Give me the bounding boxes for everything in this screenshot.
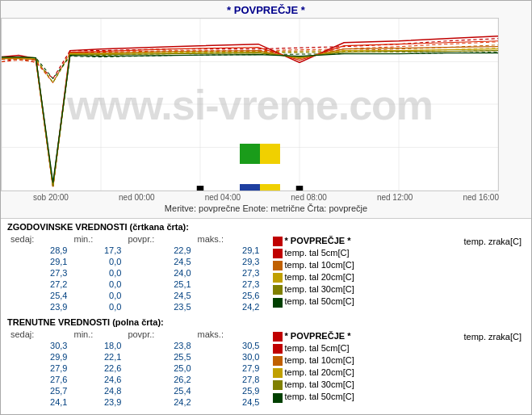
h-maks-5: 24,2 (195, 301, 263, 312)
current-legend-row-3: temp. tal 20cm[C] (270, 367, 526, 379)
h-min-3: 0,0 (70, 279, 124, 290)
h-legend-desc-4: temp. tal 30cm[C] (270, 283, 417, 296)
th-sedaj-c: sedaj: (7, 329, 70, 340)
c-sedaj-3: 27,6 (7, 374, 70, 385)
h-min-1: 0,0 (70, 256, 124, 267)
svg-rect-12 (296, 186, 303, 191)
chart-inner: www.si-vreme.com (1, 18, 499, 191)
c-legend-desc-3: temp. tal 20cm[C] (270, 367, 417, 379)
x-label-5: ned 16:00 (463, 193, 499, 202)
h-povpr-1: 24,5 (124, 256, 194, 267)
c-min-5: 23,9 (70, 396, 124, 408)
chart-title: * POVPREČJE * (1, 1, 531, 18)
h-legend-desc-5: temp. tal 50cm[C] (270, 296, 417, 308)
svg-rect-11 (197, 186, 203, 191)
x-axis-labels: sob 20:00 ned 00:00 ned 04:00 ned 08:00 … (33, 193, 499, 202)
h-sedaj-4: 25,4 (7, 290, 70, 301)
historic-legend-row-4: temp. tal 30cm[C] (270, 283, 526, 296)
x-label-4: ned 12:00 (377, 193, 413, 202)
h-legend-desc-0: temp. zraka[C] (417, 235, 525, 247)
historic-legend-table: * POVPREČJE *temp. zraka[C]temp. tal 5cm… (270, 235, 526, 308)
h-povpr-2: 24,0 (124, 267, 194, 279)
h-sedaj-2: 27,3 (7, 267, 70, 279)
current-row-0: 30,3 18,0 23,8 30,5 (7, 340, 263, 351)
current-legend-table: * POVPREČJE *temp. zraka[C]temp. tal 5cm… (270, 330, 526, 404)
logo-tl (240, 144, 260, 164)
c-legend-desc-1: temp. tal 5cm[C] (270, 342, 417, 354)
c-maks-0: 30,5 (195, 340, 263, 351)
chart-meta: Meritve: povprečne Enote: metrične Črta:… (1, 202, 531, 215)
c-min-4: 24,8 (70, 385, 124, 396)
c-sedaj-0: 30,3 (7, 340, 70, 351)
historic-row-5: 23,9 0,0 23,5 24,2 (7, 301, 263, 312)
historic-legend-row-5: temp. tal 50cm[C] (270, 296, 526, 308)
current-legend-row-4: temp. tal 30cm[C] (270, 379, 526, 391)
c-legend-desc-5: temp. tal 50cm[C] (270, 391, 417, 403)
th-sedaj-h: sedaj: (7, 233, 70, 245)
historic-right: * POVPREČJE *temp. zraka[C]temp. tal 5cm… (270, 222, 526, 314)
c-povpr-4: 25,4 (124, 385, 194, 396)
current-row-1: 29,9 22,1 25,5 30,0 (7, 351, 263, 363)
c-povpr-2: 25,0 (124, 363, 194, 374)
h-maks-4: 25,6 (195, 290, 263, 301)
data-section: ZGODOVINSKE VREDNOSTI (črtkana črta): se… (1, 219, 531, 414)
h-maks-0: 29,1 (195, 245, 263, 256)
historic-row-2: 27,3 0,0 24,0 27,3 (7, 267, 263, 279)
h-legend-desc-3: temp. tal 20cm[C] (270, 271, 417, 283)
current-legend-row-1: temp. tal 5cm[C] (270, 342, 526, 354)
h-sedaj-1: 29,1 (7, 256, 70, 267)
logo-tr (260, 144, 280, 164)
c-sedaj-1: 29,9 (7, 351, 70, 363)
historic-row-4: 25,4 0,0 24,5 25,6 (7, 290, 263, 301)
x-label-2: ned 04:00 (205, 193, 241, 202)
h-povpr-4: 24,5 (124, 290, 194, 301)
h-legend-desc-1: temp. tal 5cm[C] (270, 247, 417, 259)
historic-legend-row-0: * POVPREČJE *temp. zraka[C] (270, 235, 526, 247)
historic-left: ZGODOVINSKE VREDNOSTI (črtkana črta): se… (7, 222, 263, 314)
h-sedaj-3: 27,2 (7, 279, 70, 290)
historic-legend-row-1: temp. tal 5cm[C] (270, 247, 526, 259)
current-legend-row-0: * POVPREČJE *temp. zraka[C] (270, 330, 526, 342)
chart-area: * POVPREČJE * 30 20 10 0 (1, 1, 531, 219)
c-sedaj-2: 27,9 (7, 363, 70, 374)
h-min-0: 17,3 (70, 245, 124, 256)
current-right: * POVPREČJE *temp. zraka[C]temp. tal 5cm… (270, 317, 526, 409)
current-row-2: 27,9 22,6 25,0 27,9 (7, 363, 263, 374)
h-min-4: 0,0 (70, 290, 124, 301)
h-maks-2: 27,3 (195, 267, 263, 279)
c-maks-3: 27,8 (195, 374, 263, 385)
h-min-5: 0,0 (70, 301, 124, 312)
c-legend-desc-2: temp. tal 10cm[C] (270, 354, 417, 367)
current-row-4: 25,7 24,8 25,4 25,9 (7, 385, 263, 396)
logo-box (240, 144, 280, 184)
historic-header: ZGODOVINSKE VREDNOSTI (črtkana črta): (7, 222, 263, 232)
h-povpr-3: 25,1 (124, 279, 194, 290)
h-min-2: 0,0 (70, 267, 124, 279)
h-sedaj-5: 23,9 (7, 301, 70, 312)
historic-row-1: 29,1 0,0 24,5 29,3 (7, 256, 263, 267)
c-povpr-1: 25,5 (124, 351, 194, 363)
current-header: TRENUTNE VREDNOSTI (polna črta): (7, 317, 263, 327)
c-sedaj-4: 25,7 (7, 385, 70, 396)
logo-bl (240, 184, 260, 191)
h-povpr-0: 22,9 (124, 245, 194, 256)
x-label-1: ned 00:00 (119, 193, 155, 202)
c-sedaj-5: 24,1 (7, 396, 70, 408)
historic-row-3: 27,2 0,0 25,1 27,3 (7, 279, 263, 290)
h-sedaj-0: 28,9 (7, 245, 70, 256)
two-cols-historic: ZGODOVINSKE VREDNOSTI (črtkana črta): se… (7, 222, 525, 314)
th-povpr-c: povpr.: (124, 329, 194, 340)
th-min-c: min.: (70, 329, 124, 340)
h-legend-desc-2: temp. tal 10cm[C] (270, 259, 417, 271)
current-legend-row-5: temp. tal 50cm[C] (270, 391, 526, 403)
historic-row-0: 28,9 17,3 22,9 29,1 (7, 245, 263, 256)
h-povpr-5: 23,5 (124, 301, 194, 312)
c-min-1: 22,1 (70, 351, 124, 363)
logo-br (260, 184, 280, 191)
th-povpr-h: povpr.: (124, 233, 194, 245)
c-maks-4: 25,9 (195, 385, 263, 396)
logo-inner2 (240, 184, 280, 191)
c-maks-2: 27,9 (195, 363, 263, 374)
current-legend-row-2: temp. tal 10cm[C] (270, 354, 526, 367)
c-legend-desc-0: temp. zraka[C] (417, 330, 525, 342)
